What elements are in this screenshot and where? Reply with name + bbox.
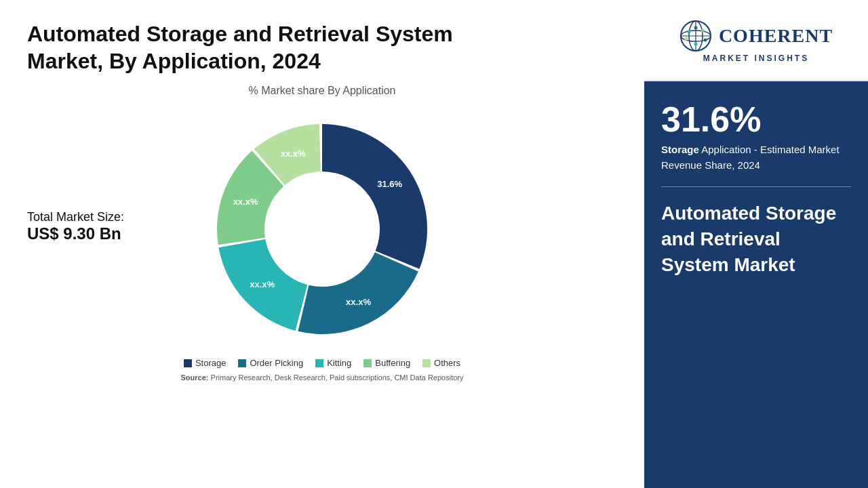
legend-item-others: Others — [422, 358, 460, 368]
legend-item-kitting: Kitting — [315, 358, 351, 368]
logo-area: COHERENT MARKET INSIGHTS — [644, 0, 868, 81]
legend-color-box — [184, 359, 192, 367]
source-label: Source: — [181, 373, 209, 382]
legend-item-buffering: Buffering — [363, 358, 410, 368]
legend-label: Order Picking — [250, 358, 303, 368]
market-size-value: US$ 9.30 Bn — [27, 224, 124, 243]
logo-name: COHERENT — [719, 25, 833, 47]
slice-label-3: xx.x% — [233, 197, 258, 207]
donut-chart: 31.6%xx.x%xx.x%xx.x%xx.x% — [200, 107, 444, 351]
svg-point-5 — [687, 30, 690, 33]
legend-label: Buffering — [375, 358, 410, 368]
slice-order-picking — [298, 252, 418, 334]
legend-color-box — [238, 359, 246, 367]
svg-point-10 — [703, 38, 707, 41]
slice-label-1: xx.x% — [346, 297, 371, 307]
highlight-bold: Storage — [661, 144, 699, 155]
market-size-block: Total Market Size: US$ 9.30 Bn — [27, 210, 124, 243]
logo-container: COHERENT MARKET INSIGHTS — [679, 20, 833, 63]
source-text: Source: Primary Research, Desk Research,… — [181, 373, 464, 382]
chart-subtitle: % Market share By Application — [27, 85, 617, 97]
divider — [661, 186, 851, 187]
legend-label: Others — [434, 358, 460, 368]
chart-area: 31.6%xx.x%xx.x%xx.x%xx.x% StorageOrder P… — [27, 107, 617, 474]
right-panel: COHERENT MARKET INSIGHTS 31.6% Storage A… — [644, 0, 868, 488]
legend-color-box — [363, 359, 372, 367]
left-panel: Automated Storage and Retrieval System M… — [0, 0, 644, 488]
legend-color-box — [422, 359, 431, 367]
svg-point-8 — [684, 37, 688, 40]
source-rest: Primary Research, Desk Research, Paid su… — [209, 373, 464, 382]
legend-item-order-picking: Order Picking — [238, 358, 303, 368]
logo-top: COHERENT — [679, 20, 833, 52]
legend-label: Storage — [195, 358, 226, 368]
slice-label-0: 31.6% — [377, 179, 402, 189]
slice-label-2: xx.x% — [250, 279, 275, 289]
svg-point-7 — [701, 28, 704, 32]
legend-item-storage: Storage — [184, 358, 226, 368]
right-content: 31.6% Storage Application - Estimated Ma… — [644, 81, 868, 298]
highlight-desc: Storage Application - Estimated Market R… — [661, 142, 851, 173]
market-title: Automated Storage and Retrieval System M… — [661, 201, 851, 277]
slice-label-4: xx.x% — [281, 148, 306, 159]
market-size-label: Total Market Size: — [27, 210, 124, 224]
chart-legend: StorageOrder PickingKittingBufferingOthe… — [184, 358, 460, 368]
svg-point-9 — [694, 42, 697, 45]
page-title: Automated Storage and Retrieval System M… — [27, 20, 502, 75]
highlight-percent: 31.6% — [661, 102, 851, 137]
logo-sub: MARKET INSIGHTS — [703, 54, 809, 63]
svg-point-6 — [694, 26, 697, 29]
legend-label: Kitting — [327, 358, 351, 368]
legend-color-box — [315, 359, 323, 367]
donut-svg: 31.6%xx.x%xx.x%xx.x%xx.x% — [200, 107, 444, 351]
logo-globe-icon — [679, 20, 712, 52]
slice-storage — [322, 124, 427, 269]
